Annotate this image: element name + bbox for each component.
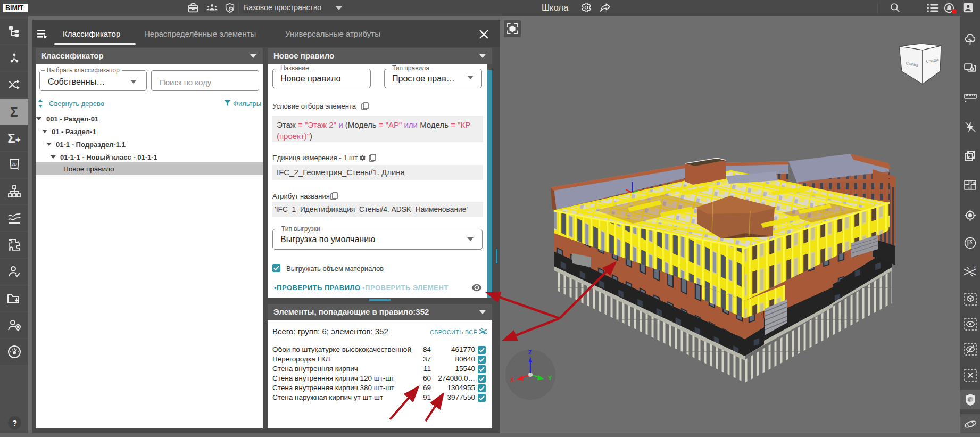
- svg-text:X: X: [510, 376, 514, 383]
- svg-text:2D: 2D: [11, 162, 16, 167]
- svg-text:Y: Y: [548, 375, 552, 381]
- svg-text:2: 2: [974, 265, 976, 269]
